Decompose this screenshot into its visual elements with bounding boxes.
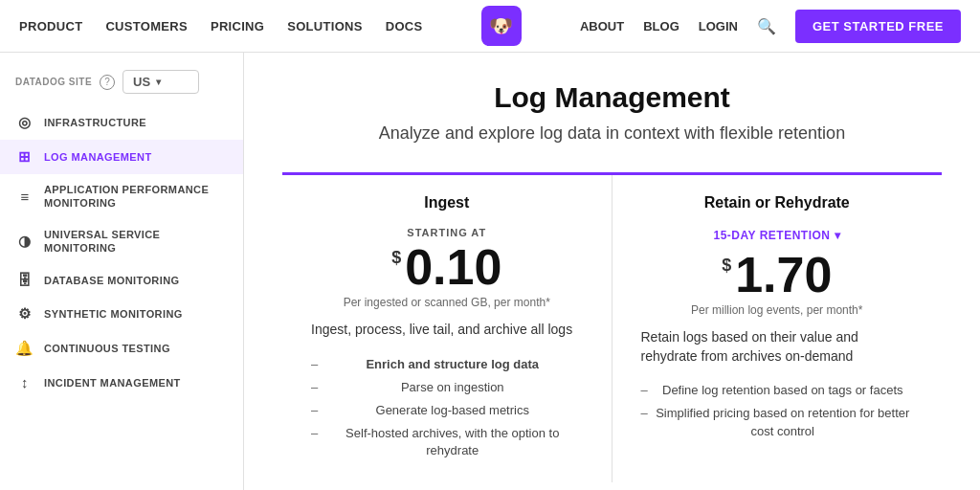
help-icon[interactable]: ? <box>100 75 115 90</box>
sidebar-item-label: UNIVERSAL SERVICE MONITORING <box>44 228 228 256</box>
ingest-column: Ingest STARTING AT $ 0.10 Per ingested o… <box>282 175 612 482</box>
nav-customers[interactable]: CUSTOMERS <box>105 19 188 33</box>
page-body: DATADOG SITE ? US ▾ ◎ INFRASTRUCTURE ⊞ L… <box>0 53 980 490</box>
retain-features: Define log retention based on tags or fa… <box>641 379 914 443</box>
nav-solutions[interactable]: SOLUTIONS <box>287 19 363 33</box>
continuous-icon: 🔔 <box>15 340 34 357</box>
ingest-price-dollar: $ <box>391 248 401 268</box>
synthetic-icon: ⚙ <box>15 305 34 323</box>
ingest-price-amount: 0.10 <box>405 242 501 292</box>
nav-login[interactable]: LOGIN <box>699 19 738 33</box>
usm-icon: ◑ <box>15 233 34 250</box>
chevron-down-icon: ▾ <box>156 77 161 87</box>
sidebar-item-label: SYNTHETIC MONITORING <box>44 307 183 321</box>
nav-about[interactable]: ABOUT <box>580 19 624 33</box>
pricing-grid: Ingest STARTING AT $ 0.10 Per ingested o… <box>282 172 942 482</box>
nav-links-left: PRODUCT CUSTOMERS PRICING SOLUTIONS DOCS <box>19 19 423 33</box>
retain-header: Retain or Rehydrate <box>641 194 914 212</box>
ingest-description: Ingest, process, live tail, and archive … <box>311 321 583 340</box>
site-value: US <box>133 75 150 89</box>
get-started-button[interactable]: GET STARTED FREE <box>795 10 961 43</box>
retain-price-amount: 1.70 <box>735 250 832 300</box>
retain-price-sub: Per million log events, per month* <box>641 303 914 317</box>
infrastructure-icon: ◎ <box>15 114 34 131</box>
sidebar-item-database[interactable]: 🗄 DATABASE MONITORING <box>0 263 243 297</box>
retain-column: Retain or Rehydrate 15-DAY RETENTION ▾ $… <box>612 175 943 482</box>
search-icon[interactable]: 🔍 <box>757 17 776 35</box>
page-subtitle: Analyze and explore log data in context … <box>282 123 942 144</box>
sidebar-item-label: LOG MANAGEMENT <box>44 150 152 164</box>
sidebar-item-label: DATABASE MONITORING <box>44 274 179 287</box>
logo[interactable]: 🐶 <box>481 6 522 46</box>
sidebar-item-usm[interactable]: ◑ UNIVERSAL SERVICE MONITORING <box>0 219 243 264</box>
sidebar-item-incident[interactable]: ↕ INCIDENT MANAGEMENT <box>0 366 243 399</box>
retain-feature-2: Simplified pricing based on retention fo… <box>641 402 914 442</box>
nav-links-right: ABOUT BLOG LOGIN 🔍 GET STARTED FREE <box>580 10 961 43</box>
main-content: Log Management Analyze and explore log d… <box>244 53 980 490</box>
ingest-feature-4: Self-hosted archives, with the option to… <box>311 422 583 462</box>
ingest-price-row: $ 0.10 <box>311 242 583 292</box>
sidebar-item-label: INCIDENT MANAGEMENT <box>44 376 181 390</box>
ingest-price-sub: Per ingested or scanned GB, per month* <box>311 296 583 309</box>
ingest-feature-3: Generate log-based metrics <box>311 399 583 422</box>
starting-at-label: STARTING AT <box>311 227 583 238</box>
site-dropdown[interactable]: US ▾ <box>122 70 199 94</box>
retain-description: Retain logs based on their value and reh… <box>641 328 914 366</box>
ingest-features: Enrich and structure log data Parse on i… <box>311 353 583 463</box>
retain-price-dollar: $ <box>722 256 731 276</box>
retention-badge[interactable]: 15-DAY RETENTION ▾ <box>713 229 840 242</box>
ingest-header: Ingest <box>311 194 583 212</box>
ingest-feature-1: Enrich and structure log data <box>311 353 583 376</box>
sidebar-scroll: ◎ INFRASTRUCTURE ⊞ LOG MANAGEMENT ≡ APPL… <box>0 105 243 399</box>
retain-price-row: $ 1.70 <box>641 250 914 300</box>
retention-label: 15-DAY RETENTION <box>713 229 830 242</box>
database-icon: 🗄 <box>15 272 34 288</box>
apm-icon: ≡ <box>15 189 34 205</box>
sidebar-item-label: INFRASTRUCTURE <box>44 116 146 129</box>
page-title: Log Management <box>282 81 942 114</box>
log-management-icon: ⊞ <box>15 148 34 166</box>
sidebar-item-synthetic[interactable]: ⚙ SYNTHETIC MONITORING <box>0 297 243 331</box>
nav-docs[interactable]: DOCS <box>386 19 423 33</box>
incident-icon: ↕ <box>15 374 34 390</box>
sidebar-item-log-management[interactable]: ⊞ LOG MANAGEMENT <box>0 140 243 174</box>
chevron-down-icon: ▾ <box>835 229 841 242</box>
ingest-feature-2: Parse on ingestion <box>311 376 583 399</box>
sidebar-item-infrastructure[interactable]: ◎ INFRASTRUCTURE <box>0 105 243 140</box>
retain-feature-1: Define log retention based on tags or fa… <box>641 379 914 402</box>
nav-blog[interactable]: BLOG <box>643 19 679 33</box>
nav-pricing[interactable]: PRICING <box>211 19 264 33</box>
navbar: PRODUCT CUSTOMERS PRICING SOLUTIONS DOCS… <box>0 0 980 53</box>
sidebar-item-label: CONTINUOUS TESTING <box>44 342 170 355</box>
site-label: DATADOG SITE <box>15 77 92 87</box>
site-selector: DATADOG SITE ? US ▾ <box>0 62 243 105</box>
sidebar-item-continuous[interactable]: 🔔 CONTINUOUS TESTING <box>0 331 243 366</box>
nav-product[interactable]: PRODUCT <box>19 19 82 33</box>
sidebar-item-label: APPLICATION PERFORMANCE MONITORING <box>44 183 228 211</box>
sidebar-item-apm[interactable]: ≡ APPLICATION PERFORMANCE MONITORING <box>0 174 243 219</box>
sidebar: DATADOG SITE ? US ▾ ◎ INFRASTRUCTURE ⊞ L… <box>0 53 244 490</box>
